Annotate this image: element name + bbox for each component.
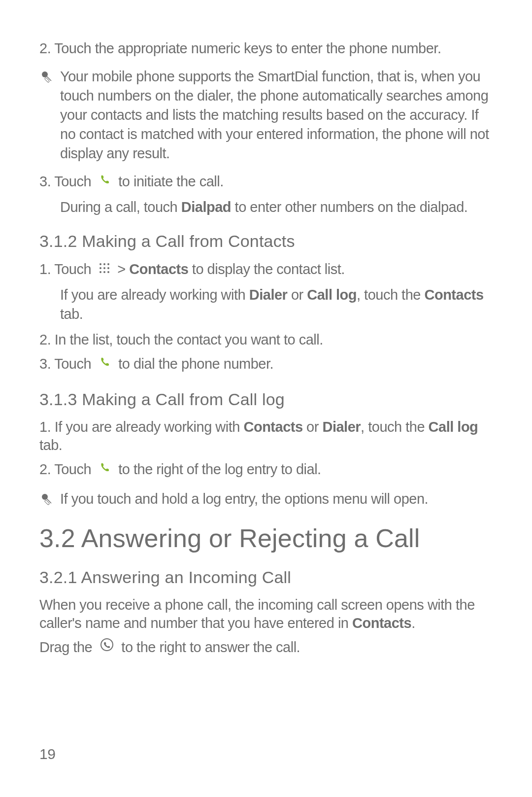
svg-point-5 [107,263,109,265]
sec321-p2-post: to the right to answer the call. [121,639,300,655]
heading-3-2-1: 3.2.1 Answering an Incoming Call [39,568,493,587]
sec313-s1-b1: Contacts [243,419,302,435]
sec312-s1-sub: If you are already working with Dialer o… [60,285,493,324]
sec312-s3-pre: 3. Touch [39,355,95,371]
step-3-sub-pre: During a call, touch [60,199,181,215]
sec312-s1-sub-post: tab. [60,306,83,322]
sec313-s1-mid1: or [303,419,323,435]
svg-point-10 [103,271,105,273]
sec312-s1-sub-pre: If you are already working with [60,287,249,303]
svg-point-7 [103,267,105,269]
sec312-s1-post: to display the contact list. [188,261,345,277]
heading-3-1-2: 3.1.2 Making a Call from Contacts [39,232,493,251]
step-3-sub-post: to enter other numbers on the dialpad. [231,199,467,215]
sec312-s1-sub-mid1: or [287,287,307,303]
sec312-s3-post: to dial the phone number. [118,355,273,371]
step-3-post: to initiate the call. [118,173,224,189]
svg-point-8 [107,267,109,269]
sec313-s1-post: tab. [39,437,62,453]
sec313-s1-pre: 1. If you are already working with [39,419,243,435]
magnifier-note-icon [39,491,54,506]
step-2-numeric-keys: 2. Touch the appropriate numeric keys to… [39,39,493,58]
svg-point-6 [100,267,101,269]
sec312-step1: 1. Touch > Contacts to display the conta… [39,260,493,280]
step-3-sub-bold: Dialpad [181,199,231,215]
sec313-s2-post: to the right of the log entry to dial. [118,461,321,477]
phone-icon [99,354,111,373]
phone-icon [99,172,111,191]
sec313-s2-pre: 2. Touch [39,461,95,477]
heading-3-2: 3.2 Answering or Rejecting a Call [39,523,493,553]
sec321-p2: Drag the to the right to answer the call… [39,638,493,658]
page-number: 19 [39,746,55,762]
sec313-step2: 2. Touch to the right of the log entry t… [39,460,493,481]
sec313-s1-mid2: , touch the [361,419,429,435]
note-smartdial-text: Your mobile phone supports the SmartDial… [60,67,493,164]
magnifier-note-icon [39,69,54,84]
sec313-s1-b2: Dialer [322,419,361,435]
svg-point-9 [100,271,101,273]
sec321-p2-pre: Drag the [39,639,96,655]
svg-line-14 [47,499,51,503]
sec313-s1-b3: Call log [429,419,478,435]
svg-point-4 [103,263,105,265]
step-3-pre: 3. Touch [39,173,95,189]
sec313-note-text: If you touch and hold a log entry, the o… [60,489,493,509]
note-icon [39,67,60,86]
heading-3-1-3: 3.1.3 Making a Call from Call log [39,390,493,409]
note-smartdial-row: Your mobile phone supports the SmartDial… [39,67,493,164]
sec312-s1-mid: > [117,261,129,277]
page: 2. Touch the appropriate numeric keys to… [0,0,532,797]
sec312-s1-bold: Contacts [129,261,188,277]
sec312-step2: 2. In the list, touch the contact you wa… [39,331,493,349]
sec312-s1-pre: 1. Touch [39,261,95,277]
svg-line-2 [47,76,51,81]
sec312-s1-sub-b3: Contacts [425,287,484,303]
step-3-sub: During a call, touch Dialpad to enter ot… [60,198,493,217]
step-3-initiate-call: 3. Touch to initiate the call. [39,172,493,193]
svg-point-3 [100,263,101,265]
sec313-note-row: If you touch and hold a log entry, the o… [39,489,493,509]
sec321-p1-bold: Contacts [352,615,411,631]
sec313-step1: 1. If you are already working with Conta… [39,418,493,455]
answer-drag-icon [100,638,114,657]
phone-icon [99,460,111,479]
sec312-step3: 3. Touch to dial the phone number. [39,354,493,375]
svg-point-15 [101,639,113,651]
note-icon [39,489,60,508]
svg-point-11 [107,271,109,273]
sec321-p1: When you receive a phone call, the incom… [39,596,493,633]
apps-grid-icon [99,260,110,278]
sec312-s1-sub-b1: Dialer [249,287,288,303]
sec312-s1-sub-mid2: , touch the [357,287,425,303]
sec321-p1-post: . [411,615,415,631]
sec312-s1-sub-b2: Call log [307,287,357,303]
